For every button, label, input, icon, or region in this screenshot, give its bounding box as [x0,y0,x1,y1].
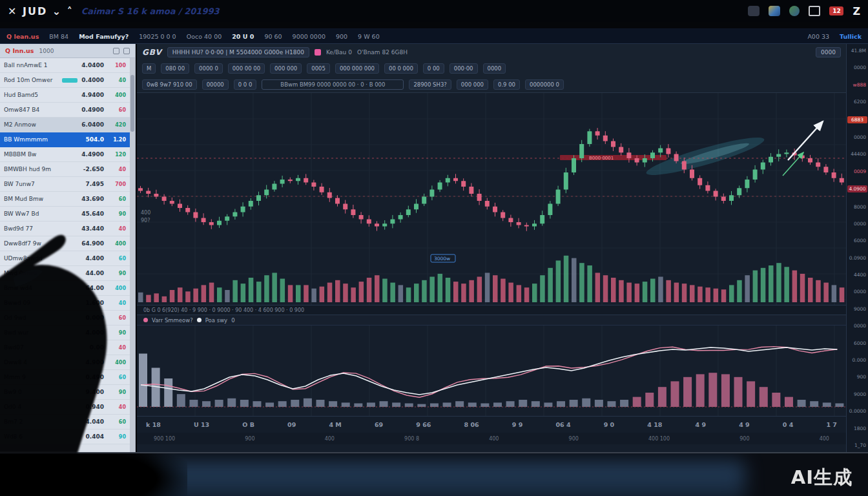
toolbar-right-item-1[interactable]: Tullick [840,33,862,40]
watchlist-row[interactable]: Rod 10m Omwer0.400040 [0,73,130,88]
symbol-name: Hud Bamd5 [4,92,78,98]
watchlist-row[interactable]: BMWBH hud 9m-2.65040 [0,162,130,177]
watchlist-row[interactable]: Bwd9d 7743.44040 [0,222,130,236]
status-orb-icon[interactable] [789,6,800,16]
chart-button-8[interactable]: 0 00 [423,63,444,74]
price-axis[interactable]: 41.8M0000w8886200688300004440000094.0900… [846,44,868,452]
watchlist-row[interactable]: Bm7 24.04060 [0,415,130,429]
indicator-name-2[interactable]: Poa swy [205,317,227,324]
list-settings-icon[interactable] [113,48,119,54]
indicator-name[interactable]: Varr Smmeow? [152,317,193,324]
watchlist-tab[interactable]: Q Inn.us [5,47,34,54]
chart-header-value[interactable]: 0000 [816,47,841,57]
price-axis-label: 0.0900 [847,255,867,261]
symbol-change: 90 [108,434,126,440]
toolbar-item-3[interactable]: 19025 0 0 0 [139,33,176,40]
chart-button-1[interactable]: 080 00 [161,63,189,74]
watchlist-tab-secondary[interactable]: 1000 [39,48,54,54]
watchlist-row[interactable]: M2 Anmow6.0400420 [0,118,130,132]
watchlist-row[interactable]: 8wd wur4.00090 [0,326,130,340]
price-axis-label: 0000 [847,65,867,70]
arm-shadow [0,452,187,496]
price-axis-label: 0000 [847,289,867,294]
symbol-change: 40 [108,300,126,306]
svg-text:B000·0001: B000·0001 [589,156,614,161]
add-symbol-icon[interactable] [123,48,130,54]
toolbar-item-1[interactable]: BM 84 [49,33,68,40]
watchlist-row[interactable]: Wd8 60.40490 [0,429,130,444]
watchlist-row[interactable]: Omw847 B40.490060 [0,103,130,118]
watchlist-row[interactable]: Mmm 90.49060 [0,370,130,385]
watchlist-row[interactable]: Bwd070.0040 [0,340,130,355]
toolbar-item-2[interactable]: Mod Famufyy? [79,33,129,40]
watchlist-row[interactable]: Dww8df7 9w64.900400 [0,236,130,251]
symbol-change: 40 [108,167,126,172]
watchlist-row[interactable]: BM Mud Bmw43.69060 [0,192,130,207]
symbol-search-pill[interactable]: BBwm BM99 0000 0000 00 · 0 · B 000 [262,79,404,90]
toolbar-item-8[interactable]: 900 [336,33,347,40]
watchlist-row[interactable]: Od0 40.94040 [0,400,130,415]
alert-marker-icon[interactable] [315,49,321,56]
chart-button-5[interactable]: 0005 [307,63,330,74]
chart-button-0[interactable]: M [142,63,156,74]
watchlist-row[interactable]: Bmw wd464.00400 [0,281,130,296]
chart-button-6[interactable]: 000 000 000 [335,63,379,74]
chart-tool-r-1[interactable]: 000 000 [457,79,488,90]
symbol-change: 90 [108,389,126,395]
colored-app-icon[interactable] [769,6,780,16]
time-tick-3: 09 [287,421,296,428]
toolbar-item-0[interactable]: Q lean.us [6,33,39,40]
chart-button-4[interactable]: 000 000 [270,63,302,74]
toolbar-item-4[interactable]: Ooco 40 00 [187,33,222,40]
toolbar-right-item-0[interactable]: A00 33 [807,33,829,40]
watchlist-row[interactable]: Od 9wd0.00060 [0,311,130,326]
watchlist-scrollbar[interactable] [130,58,135,452]
watchlist-row[interactable]: Dww8 44.900400 [0,355,130,370]
watchlist-row[interactable]: BW 7unw77.495700 [0,177,130,192]
symbol-price: 7.495 [86,181,104,187]
oscillator-chart[interactable] [137,326,846,416]
tiny-tick-1: 900 [245,436,254,442]
tray-app-icon[interactable] [748,6,760,16]
toolbar-item-5[interactable]: 20 U 0 [232,33,254,40]
time-axis[interactable]: k 18U 13O B094 M699 668 069 906 49 04 18… [137,416,846,433]
window-icon[interactable] [809,6,820,16]
z-menu-icon[interactable]: Z [852,5,860,17]
watchlist-row[interactable]: UDmw8awdd4.40060 [0,251,130,266]
chart-tool-r-3[interactable]: 0000000 0 [525,79,564,90]
chart-tool-r-0[interactable]: 28900 SH3? [409,79,451,90]
symbol-info-pill[interactable]: HHHH HU? 0·0·00 | M 5504000 G000e H1800 [167,47,309,57]
session-info: Ke/Bau 0 [326,49,352,56]
chart-button-2[interactable]: 0000 0 [194,63,223,74]
symbol-name: BW 7unw7 [4,181,82,187]
watchlist-row[interactable]: MBBBM Bw4.4900120 [0,147,130,162]
watchlist-row[interactable]: Ball nnAmwE 14.0400100 [0,58,130,73]
chart-tool-r-2[interactable]: 0.9 00 [493,79,520,90]
toolbar-item-9[interactable]: 9 W 60 [358,33,380,40]
watchlist-row[interactable]: BB Wmmmmm504.01.20 [0,132,130,147]
watchlist-row[interactable]: Bw9 09.40090 [0,385,130,400]
price-chart-canvas[interactable]: B000·00013000w40090? [137,93,846,305]
watchlist-row[interactable]: Mwd 0mw844.0090 [0,266,130,281]
price-axis-label: 6000 [847,340,867,346]
toolbar-item-6[interactable]: 90 60 [264,33,282,40]
symbol-price: 0.00 [90,344,104,351]
toolbar-item-7[interactable]: 9000 0000 [293,33,326,40]
scrollbar-thumb[interactable] [130,75,134,132]
price-axis-label: 6883 [847,116,867,123]
watchlist-row[interactable]: BW Ww7 Bd45.64090 [0,207,130,222]
watchlist-row[interactable]: Bwwd 091.60040 [0,296,130,311]
chart-tool-0[interactable]: 0w8 9w7 910 00 [142,79,197,90]
tiny-tick-3: 900 8 [404,436,419,442]
watchlist-row[interactable]: Hud Bamd54.9400400 [0,88,130,103]
candlestick-chart[interactable]: B000·00013000w40090? [137,93,846,305]
chart-button-3[interactable]: 000 00 00 [228,63,265,74]
chart-button-9[interactable]: 000·00 [450,63,478,74]
chart-tool-1[interactable]: 00000 [202,79,229,90]
chart-tool-2[interactable]: 0 0 0 [234,79,257,90]
symbol-name: Mwd 0mw8 [4,270,82,276]
chart-button-7[interactable]: 00 0 000 [384,63,418,74]
symbol-name: Rod 10m Omwer [4,77,58,83]
symbol-price: 504.0 [86,136,104,143]
chart-button-10[interactable]: 0000 [483,63,506,74]
